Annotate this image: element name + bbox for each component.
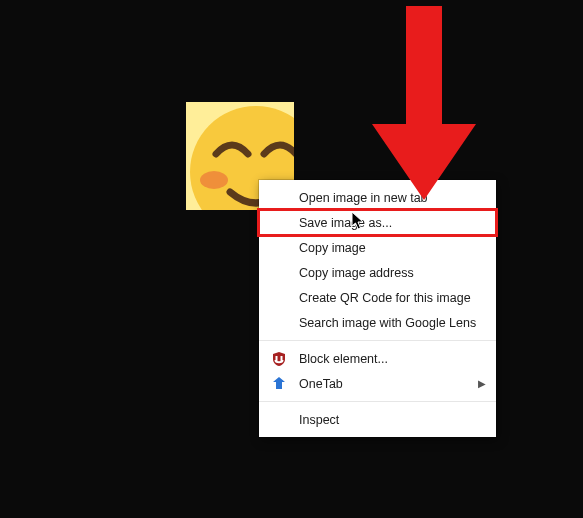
menu-item-label: Search image with Google Lens bbox=[299, 316, 476, 330]
menu-item-copy-image-address[interactable]: Copy image address bbox=[259, 260, 496, 285]
context-menu: Open image in new tab Save image as... C… bbox=[259, 180, 496, 437]
onetab-icon bbox=[271, 376, 287, 392]
menu-item-create-qr-code[interactable]: Create QR Code for this image bbox=[259, 285, 496, 310]
menu-item-label: Create QR Code for this image bbox=[299, 291, 471, 305]
screenshot-stage: Open image in new tab Save image as... C… bbox=[0, 0, 583, 518]
menu-item-copy-image[interactable]: Copy image bbox=[259, 235, 496, 260]
mouse-cursor-icon bbox=[351, 211, 365, 231]
menu-item-onetab[interactable]: OneTab ▶ bbox=[259, 371, 496, 396]
menu-item-search-google-lens[interactable]: Search image with Google Lens bbox=[259, 310, 496, 335]
menu-item-inspect[interactable]: Inspect bbox=[259, 407, 496, 432]
menu-item-label: Save image as... bbox=[299, 216, 392, 230]
menu-item-label: Block element... bbox=[299, 352, 388, 366]
menu-item-label: Inspect bbox=[299, 413, 339, 427]
menu-separator bbox=[259, 401, 496, 402]
menu-item-label: Copy image address bbox=[299, 266, 414, 280]
menu-item-label: OneTab bbox=[299, 377, 343, 391]
ublock-icon bbox=[271, 351, 287, 367]
menu-item-block-element[interactable]: Block element... bbox=[259, 346, 496, 371]
menu-separator bbox=[259, 340, 496, 341]
menu-item-label: Copy image bbox=[299, 241, 366, 255]
svg-point-1 bbox=[200, 171, 228, 189]
submenu-arrow-icon: ▶ bbox=[478, 378, 486, 389]
menu-item-save-image-as[interactable]: Save image as... bbox=[259, 210, 496, 235]
annotation-arrow bbox=[372, 6, 476, 200]
arrow-down-icon bbox=[372, 6, 476, 200]
